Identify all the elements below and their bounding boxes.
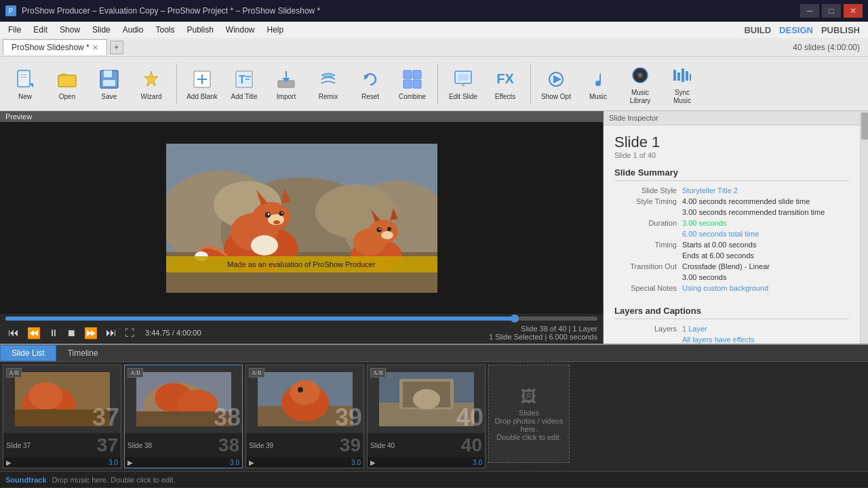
slide-37-footer: Slide 37 37 bbox=[3, 433, 121, 458]
special-notes-label: Special Notes bbox=[614, 284, 682, 292]
scrollbar-thumb[interactable] bbox=[861, 113, 868, 140]
time-display: 3:44.75 / 4:00:00 bbox=[145, 329, 201, 337]
soundtrack-bar[interactable]: Soundtrack Drop music here. Double click… bbox=[0, 471, 868, 487]
menu-publish[interactable]: Publish bbox=[181, 24, 218, 36]
close-button[interactable]: ✕ bbox=[844, 4, 863, 18]
toolbar-new-button[interactable]: New bbox=[5, 60, 45, 108]
menu-help[interactable]: Help bbox=[262, 24, 290, 36]
toolbar-music-library-button[interactable]: Music Library bbox=[620, 60, 660, 108]
soundtrack-label: Soundtrack bbox=[5, 476, 47, 484]
tab-proshow-slideshow[interactable]: ProShow Slideshow * ✕ bbox=[3, 39, 107, 55]
slide-39-play-icon[interactable]: ▶ bbox=[249, 459, 254, 466]
tab-close-icon[interactable]: ✕ bbox=[92, 43, 98, 52]
slide-39-ab-badge: A/B bbox=[249, 368, 264, 378]
watermark-text: Made as an evaluation of ProShow Produce… bbox=[227, 260, 375, 268]
menu-audio[interactable]: Audio bbox=[117, 24, 149, 36]
prev-slide-button[interactable]: ⏪ bbox=[24, 325, 43, 341]
layers-label: Layers bbox=[614, 325, 682, 333]
slide-40-play-icon[interactable]: ▶ bbox=[370, 459, 376, 466]
toolbar-save-button[interactable]: Save bbox=[90, 60, 129, 108]
toolbar-show-opt-button[interactable]: Show Opt bbox=[536, 60, 576, 108]
preview-area: Preview bbox=[0, 111, 604, 344]
total-time-value: 6.00 seconds total time bbox=[682, 230, 759, 238]
toolbar-sync-music-button[interactable]: Sync Music bbox=[663, 60, 702, 108]
progress-bar[interactable] bbox=[5, 317, 597, 321]
svg-rect-36 bbox=[690, 74, 691, 81]
menu-window[interactable]: Window bbox=[220, 24, 260, 36]
inspector-scrollbar[interactable] bbox=[860, 111, 868, 344]
slide-subtitle: Slide 1 of 40 bbox=[614, 151, 849, 159]
build-button[interactable]: BUILD bbox=[744, 25, 771, 35]
empty-drop-zone[interactable]: 🖼 Slides Drop photos / videos here. Doub… bbox=[488, 365, 570, 463]
toolbar-wizard-button[interactable]: Wizard bbox=[132, 60, 171, 108]
go-to-start-button[interactable]: ⏮ bbox=[5, 325, 22, 340]
menu-slide[interactable]: Slide bbox=[87, 24, 116, 36]
fx-icon: FX bbox=[493, 67, 517, 92]
svg-marker-28 bbox=[553, 75, 561, 83]
svg-point-65 bbox=[251, 235, 278, 256]
effects-value[interactable]: All layers have effects bbox=[682, 336, 755, 344]
toolbar-reset-button[interactable]: Reset bbox=[351, 60, 390, 108]
menu-tools[interactable]: Tools bbox=[150, 24, 180, 36]
slide-style-value[interactable]: Storyteller Title 2 bbox=[682, 186, 738, 195]
menu-file[interactable]: File bbox=[3, 24, 26, 36]
duration-value: 3.00 seconds bbox=[682, 219, 726, 227]
toolbar-add-title-button[interactable]: T Add Title bbox=[224, 60, 264, 108]
slide-list-tab[interactable]: Slide List bbox=[0, 345, 56, 361]
toolbar-open-button[interactable]: Open bbox=[47, 60, 87, 108]
design-button[interactable]: DESIGN bbox=[779, 25, 813, 35]
menu-show[interactable]: Show bbox=[54, 24, 85, 36]
toolbar-combine-button[interactable]: Combine bbox=[393, 60, 432, 108]
timing-start: Starts at 0.00 seconds bbox=[682, 241, 756, 249]
inspector-header: Slide Inspector bbox=[604, 111, 860, 125]
slide-thumb-40[interactable]: A/B 40 Slide 40 40 ▶ 3.0 bbox=[367, 365, 486, 468]
special-notes-value[interactable]: Using custom background bbox=[682, 284, 768, 292]
toolbar-fx-button[interactable]: FX Effects bbox=[486, 60, 525, 108]
slide-38-duration: 3.0 bbox=[230, 459, 239, 466]
svg-rect-33 bbox=[677, 73, 680, 81]
slide-37-play-icon[interactable]: ▶ bbox=[6, 459, 12, 466]
svg-rect-7 bbox=[103, 80, 115, 86]
next-slide-button[interactable]: ⏩ bbox=[81, 325, 100, 341]
publish-button[interactable]: PUBLISH bbox=[821, 25, 860, 35]
slide-38-play-icon[interactable]: ▶ bbox=[127, 459, 133, 466]
new-icon bbox=[13, 67, 37, 92]
inspector-row-transition-time: 3.00 seconds bbox=[614, 273, 849, 281]
slide-info-line1: Slide 38 of 40 | 1 Layer bbox=[489, 325, 597, 333]
transport-controls: ⏮ ⏪ ⏸ ⏹ ⏩ ⏭ ⛶ 3:44.75 / 4:00:00 bbox=[5, 325, 201, 341]
add-tab-button[interactable]: + bbox=[110, 41, 123, 54]
slide-thumb-39[interactable]: A/B 39 Slide 39 39 ▶ 3.0 bbox=[245, 365, 364, 468]
add-blank-label: Add Blank bbox=[186, 93, 218, 101]
inspector-row-style-timing-2: 3.00 seconds recommended transition time bbox=[614, 208, 849, 216]
stop-button[interactable]: ⏹ bbox=[64, 326, 79, 340]
svg-point-31 bbox=[639, 74, 642, 76]
edit-slide-icon bbox=[451, 67, 475, 92]
go-to-end-button[interactable]: ⏭ bbox=[103, 325, 119, 340]
slide-40-bignum: 40 bbox=[461, 434, 482, 456]
fullscreen-button[interactable]: ⛶ bbox=[122, 326, 137, 340]
sync-music-icon bbox=[670, 63, 694, 87]
fx-label: Effects bbox=[495, 93, 515, 101]
toolbar-music-button[interactable]: Music bbox=[578, 60, 618, 108]
slide-38-footer: Slide 38 38 bbox=[125, 433, 242, 458]
svg-rect-34 bbox=[682, 68, 684, 82]
timeline-tab[interactable]: Timeline bbox=[56, 345, 110, 361]
minimize-button[interactable]: ─ bbox=[800, 4, 819, 18]
toolbar-add-blank-button[interactable]: Add Blank bbox=[182, 60, 222, 108]
toolbar-edit-slide-button[interactable]: Edit Slide bbox=[443, 60, 483, 108]
slide-38-image: A/B 38 bbox=[125, 365, 242, 433]
pause-button[interactable]: ⏸ bbox=[46, 326, 61, 340]
slide-thumb-38[interactable]: A/B 38 Slide 38 38 ▶ 3.0 bbox=[124, 365, 243, 468]
toolbar-import-button[interactable]: Import bbox=[267, 60, 306, 108]
slide-39-label: Slide 39 bbox=[249, 442, 273, 449]
inspector-row-timing: Timing Starts at 0.00 seconds bbox=[614, 241, 849, 249]
toolbar-remix-button[interactable]: Remix bbox=[309, 60, 348, 108]
inspector-row-total-time: 6.00 seconds total time bbox=[614, 230, 849, 238]
inspector-row-transition: Transition Out Crossfade (Blend) - Linea… bbox=[614, 262, 849, 270]
slide-thumb-37[interactable]: A/B 37 Slide 37 37 ▶ 3.0 bbox=[3, 365, 121, 468]
remix-icon bbox=[316, 67, 340, 92]
menu-edit[interactable]: Edit bbox=[28, 24, 53, 36]
maximize-button[interactable]: □ bbox=[822, 4, 841, 18]
inspector-container: Slide Inspector Slide 1 Slide 1 of 40 Sl… bbox=[604, 111, 868, 344]
slide-37-label: Slide 37 bbox=[6, 442, 31, 449]
